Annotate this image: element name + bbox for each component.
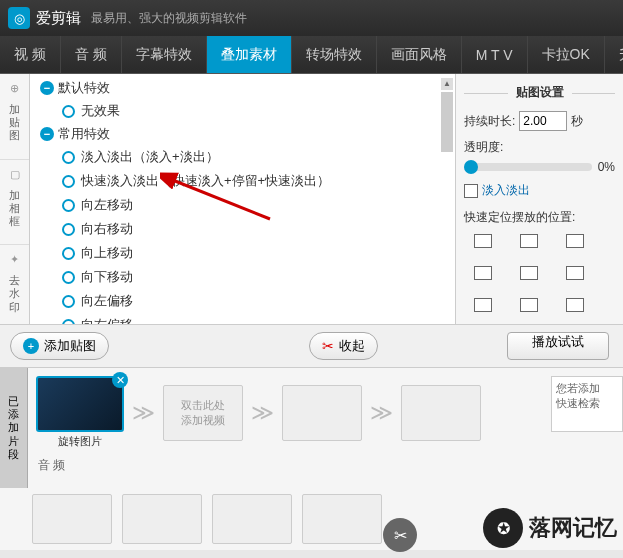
opacity-label: 透明度: [464, 139, 615, 156]
tab-0[interactable]: 视 频 [0, 36, 61, 73]
add-sticker-label: 添加贴图 [44, 337, 96, 355]
side-tool-frame[interactable]: ▢加相框 [0, 160, 29, 246]
tab-3[interactable]: 叠加素材 [207, 36, 292, 73]
tab-5[interactable]: 画面风格 [377, 36, 462, 73]
tab-2[interactable]: 字幕特效 [122, 36, 207, 73]
chevron-right-icon: ≫ [132, 400, 155, 426]
tree-item[interactable]: 无效果 [36, 99, 455, 123]
clip-label: 旋转图片 [36, 434, 124, 449]
add-video-placeholder[interactable]: 双击此处添加视频 [163, 385, 243, 441]
play-preview-button[interactable]: 播放试试 [507, 332, 609, 360]
scissors-icon: ✂ [322, 338, 334, 354]
slider-knob[interactable] [464, 160, 478, 174]
chevron-right-icon: ≫ [370, 400, 393, 426]
opacity-slider[interactable] [464, 163, 592, 171]
main-tabs: 视 频音 频字幕特效叠加素材转场特效画面风格M T V卡拉OK升级与服 [0, 36, 623, 74]
settings-title: 贴图设置 [508, 85, 572, 99]
clip-close-icon[interactable]: ✕ [112, 372, 128, 388]
pos-ml[interactable] [474, 266, 492, 280]
watermark: ✪ 落网记忆 [483, 508, 617, 548]
plus-icon: ⊕ [6, 82, 24, 100]
chevron-right-icon: ≫ [251, 400, 274, 426]
frame-icon: ▢ [6, 168, 24, 186]
clip-item[interactable]: ✕ 旋转图片 [36, 376, 124, 449]
hint-box: 您若添加快速检索 [551, 376, 623, 432]
empty-slot[interactable] [401, 385, 481, 441]
scroll-up-icon[interactable]: ▲ [441, 78, 453, 90]
side-tool-plus[interactable]: ⊕加贴图 [0, 74, 29, 160]
tab-7[interactable]: 卡拉OK [528, 36, 605, 73]
tab-8[interactable]: 升级与服 [605, 36, 623, 73]
audio-slot[interactable] [122, 494, 202, 544]
audio-slot[interactable] [212, 494, 292, 544]
watermark-icon: ✪ [483, 508, 523, 548]
fade-label: 淡入淡出 [482, 182, 530, 199]
fade-checkbox[interactable] [464, 184, 478, 198]
pos-mr[interactable] [566, 266, 584, 280]
opacity-value: 0% [598, 160, 615, 174]
collapse-label: 收起 [339, 337, 365, 355]
radio-icon [62, 295, 75, 308]
radio-icon [62, 175, 75, 188]
duration-input[interactable] [519, 111, 567, 131]
side-toolbar: ⊕加贴图▢加相框✦去水印 [0, 74, 30, 324]
side-tool-star[interactable]: ✦去水印 [0, 245, 29, 331]
plus-icon: + [23, 338, 39, 354]
duration-label: 持续时长: [464, 113, 515, 130]
star-icon: ✦ [6, 253, 24, 271]
position-label: 快速定位摆放的位置: [464, 209, 615, 226]
tree-item[interactable]: 淡入淡出（淡入+淡出） [36, 145, 455, 169]
scissors-fab-icon[interactable]: ✂ [383, 518, 417, 552]
tree-item[interactable]: 向上移动 [36, 241, 455, 265]
empty-slot[interactable] [282, 385, 362, 441]
audio-slot[interactable] [32, 494, 112, 544]
tree-category[interactable]: −常用特效 [36, 123, 455, 145]
tree-category[interactable]: −默认特效 [36, 77, 455, 99]
play-label: 播放试试 [532, 334, 584, 349]
tab-6[interactable]: M T V [462, 36, 528, 73]
clip-thumbnail[interactable]: ✕ [36, 376, 124, 432]
pos-br[interactable] [566, 298, 584, 312]
pos-tr[interactable] [566, 234, 584, 248]
settings-panel: 贴图设置 持续时长: 秒 透明度: 0% 淡入淡出 快速定位摆放的位置: [455, 74, 623, 324]
watermark-text: 落网记忆 [529, 513, 617, 543]
add-sticker-button[interactable]: + 添加贴图 [10, 332, 109, 360]
scrollbar[interactable]: ▲ [441, 78, 453, 318]
app-title: 爱剪辑 [36, 9, 81, 28]
radio-icon [62, 151, 75, 164]
timeline-side-label: 已添加片段 [0, 368, 28, 488]
duration-unit: 秒 [571, 113, 583, 130]
pos-bl[interactable] [474, 298, 492, 312]
tree-item[interactable]: 向右移动 [36, 217, 455, 241]
collapse-button[interactable]: ✂ 收起 [309, 332, 378, 360]
pos-tc[interactable] [520, 234, 538, 248]
radio-icon [62, 271, 75, 284]
tree-item[interactable]: 向下移动 [36, 265, 455, 289]
app-logo: ◎ [8, 7, 30, 29]
collapse-icon[interactable]: − [40, 81, 54, 95]
app-subtitle: 最易用、强大的视频剪辑软件 [91, 10, 247, 27]
audio-slot[interactable] [302, 494, 382, 544]
radio-icon [62, 247, 75, 260]
effects-tree: −默认特效无效果−常用特效淡入淡出（淡入+淡出）快速淡入淡出（快速淡入+停留+快… [30, 74, 455, 324]
radio-icon [62, 223, 75, 236]
tree-item[interactable]: 向左移动 [36, 193, 455, 217]
tree-item[interactable]: 向右偏移 [36, 313, 455, 324]
pos-bc[interactable] [520, 298, 538, 312]
scroll-thumb[interactable] [441, 92, 453, 152]
collapse-icon[interactable]: − [40, 127, 54, 141]
tree-item[interactable]: 向左偏移 [36, 289, 455, 313]
pos-mc[interactable] [520, 266, 538, 280]
audio-track-label: 音 频 [38, 457, 615, 474]
radio-icon [62, 105, 75, 118]
radio-icon [62, 199, 75, 212]
tab-4[interactable]: 转场特效 [292, 36, 377, 73]
tree-item[interactable]: 快速淡入淡出（快速淡入+停留+快速淡出） [36, 169, 455, 193]
tab-1[interactable]: 音 频 [61, 36, 122, 73]
pos-tl[interactable] [474, 234, 492, 248]
position-grid [474, 234, 615, 312]
